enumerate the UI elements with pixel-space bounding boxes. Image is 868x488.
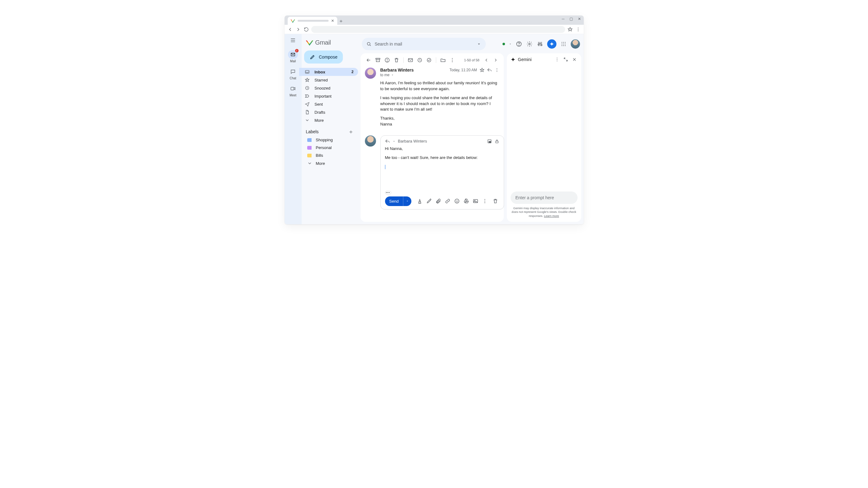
folder-starred[interactable]: Starred bbox=[299, 76, 358, 84]
search-input[interactable]: Search in mail bbox=[362, 38, 486, 50]
reply-textarea[interactable]: Hi Nanna, Me too - can't wait! Sure, her… bbox=[385, 145, 499, 189]
address-bar[interactable] bbox=[311, 26, 565, 33]
svg-point-27 bbox=[427, 58, 431, 62]
gemini-button[interactable] bbox=[547, 39, 556, 48]
formatting-options-button[interactable] bbox=[416, 197, 424, 205]
more-actions-button[interactable] bbox=[448, 56, 456, 64]
reply-type-button[interactable] bbox=[385, 139, 390, 144]
status-indicator-icon[interactable] bbox=[502, 43, 505, 45]
new-tab-button[interactable]: ＋ bbox=[337, 18, 345, 25]
apps-grid-button[interactable] bbox=[560, 41, 567, 47]
app-name: Gmail bbox=[315, 39, 331, 46]
recipient-line[interactable]: to me bbox=[380, 73, 499, 77]
next-page-button[interactable] bbox=[492, 56, 499, 64]
reply-recipient[interactable]: Barbara Winters bbox=[398, 139, 427, 143]
archive-button[interactable] bbox=[374, 56, 382, 64]
insert-photo-button[interactable] bbox=[471, 197, 479, 205]
tune-button[interactable] bbox=[537, 41, 544, 47]
nav-back-button[interactable] bbox=[287, 26, 293, 33]
settings-button[interactable] bbox=[526, 41, 533, 47]
chevron-down-icon bbox=[307, 161, 312, 166]
insert-drive-button[interactable] bbox=[462, 197, 470, 205]
nav-reload-button[interactable] bbox=[303, 26, 309, 33]
compose-more-button[interactable] bbox=[481, 197, 489, 205]
window-minimize-button[interactable]: ─ bbox=[561, 17, 566, 21]
search-options-icon[interactable] bbox=[476, 41, 482, 46]
sender-name: Barbara Winters bbox=[380, 68, 414, 72]
labels-more[interactable]: More bbox=[302, 159, 358, 167]
gemini-expand-button[interactable] bbox=[563, 56, 569, 63]
label-text: Shopping bbox=[316, 137, 333, 142]
app-rail: 2 Mail Chat Meet bbox=[285, 34, 302, 224]
main-menu-button[interactable] bbox=[290, 37, 296, 43]
window-close-button[interactable]: ✕ bbox=[577, 17, 582, 21]
status-dropdown-icon[interactable] bbox=[509, 41, 512, 46]
prev-page-button[interactable] bbox=[483, 56, 490, 64]
folder-sent[interactable]: Sent bbox=[299, 100, 358, 108]
svg-point-30 bbox=[452, 61, 452, 62]
svg-rect-22 bbox=[376, 58, 380, 59]
gmail-brand[interactable]: Gmail bbox=[302, 37, 358, 51]
add-label-button[interactable]: ＋ bbox=[348, 130, 354, 134]
svg-point-15 bbox=[565, 42, 565, 43]
gemini-menu-button[interactable] bbox=[554, 56, 560, 63]
browser-menu-icon[interactable] bbox=[575, 26, 581, 33]
rail-item-mail[interactable]: 2 Mail bbox=[285, 48, 302, 65]
label-color-icon bbox=[307, 154, 312, 157]
browser-toolbar bbox=[285, 25, 584, 34]
star-icon bbox=[305, 77, 310, 83]
send-options-button[interactable] bbox=[403, 196, 411, 206]
add-to-tasks-button[interactable] bbox=[425, 56, 433, 64]
help-button[interactable] bbox=[516, 41, 522, 47]
gemini-disclaimer: Gemini may display inaccurate informatio… bbox=[510, 204, 578, 218]
insert-link-button[interactable] bbox=[444, 197, 452, 205]
tab-close-button[interactable]: ✕ bbox=[331, 19, 334, 23]
browser-tab[interactable]: ✕ bbox=[288, 17, 337, 25]
show-trimmed-button[interactable]: ••• bbox=[385, 191, 391, 195]
star-message-button[interactable] bbox=[479, 68, 485, 72]
confidential-mode-button[interactable] bbox=[494, 139, 499, 144]
reply-button[interactable] bbox=[487, 68, 492, 72]
rail-item-chat[interactable]: Chat bbox=[285, 65, 302, 82]
insert-emoji-button[interactable] bbox=[453, 197, 461, 205]
popout-reply-button[interactable] bbox=[487, 139, 492, 144]
mail-toolbar: 1-50 of 58 bbox=[365, 56, 499, 66]
bookmark-star-icon[interactable] bbox=[567, 26, 573, 33]
folder-label: Sent bbox=[315, 102, 323, 106]
help-me-write-button[interactable] bbox=[425, 197, 433, 205]
label-personal[interactable]: Personal bbox=[302, 144, 358, 152]
folder-important[interactable]: Important bbox=[299, 92, 358, 100]
folder-inbox[interactable]: Inbox 2 bbox=[299, 68, 358, 76]
report-spam-button[interactable] bbox=[383, 56, 391, 64]
sender-avatar[interactable] bbox=[365, 68, 376, 79]
attach-file-button[interactable] bbox=[434, 197, 442, 205]
folder-drafts[interactable]: Drafts bbox=[299, 108, 358, 116]
account-avatar[interactable] bbox=[571, 39, 580, 48]
message-menu-button[interactable] bbox=[494, 68, 499, 72]
reply-type-dropdown-icon[interactable] bbox=[393, 140, 396, 143]
folder-more[interactable]: More bbox=[299, 116, 358, 124]
label-bills[interactable]: Bills bbox=[302, 152, 358, 159]
window-maximize-button[interactable]: ▢ bbox=[569, 17, 574, 21]
gemini-panel: Gemini Enter a prompt here Gemini may di… bbox=[507, 53, 581, 222]
nav-forward-button[interactable] bbox=[295, 26, 301, 33]
show-details-icon[interactable] bbox=[391, 73, 394, 76]
back-to-inbox-button[interactable] bbox=[365, 56, 372, 64]
learn-more-link[interactable]: Learn more bbox=[544, 214, 559, 218]
send-button[interactable]: Send bbox=[385, 196, 411, 206]
rail-item-meet[interactable]: Meet bbox=[285, 83, 302, 99]
folder-snoozed[interactable]: Snoozed bbox=[299, 84, 358, 92]
svg-point-46 bbox=[557, 59, 557, 60]
gemini-prompt-input[interactable]: Enter a prompt here bbox=[510, 192, 578, 204]
discard-draft-button[interactable] bbox=[491, 197, 499, 205]
snooze-button[interactable] bbox=[416, 56, 424, 64]
browser-window: ✕ ＋ ─ ▢ ✕ 2 Mail bbox=[285, 15, 584, 224]
compose-button[interactable]: Compose bbox=[304, 51, 343, 64]
gemini-close-button[interactable] bbox=[571, 56, 578, 63]
mark-unread-button[interactable] bbox=[407, 56, 414, 64]
delete-button[interactable] bbox=[393, 56, 400, 64]
mail-pane: 1-50 of 58 Barbara Winters Today, 11:20 … bbox=[361, 53, 504, 222]
label-shopping[interactable]: Shopping bbox=[302, 136, 358, 144]
move-to-button[interactable] bbox=[439, 56, 447, 64]
sidebar: Gmail Compose Inbox 2 Starred Snoozed bbox=[302, 34, 361, 224]
